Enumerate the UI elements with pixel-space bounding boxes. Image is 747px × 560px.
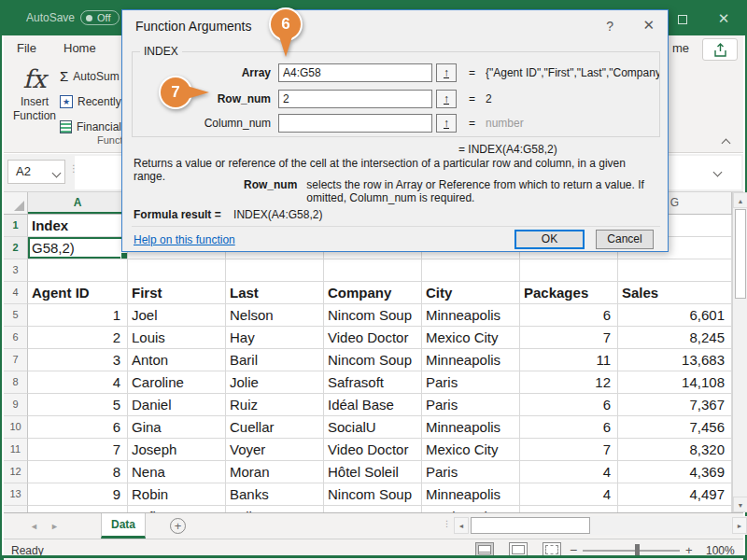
cell[interactable]: Valle xyxy=(226,506,324,512)
row-header[interactable]: 5 xyxy=(4,304,28,327)
rownum-range-picker-icon[interactable]: ↑ xyxy=(436,90,457,108)
cell[interactable]: 4 xyxy=(520,506,618,512)
cell[interactable]: Caroline xyxy=(128,371,226,394)
cell[interactable]: 6,601 xyxy=(618,304,732,327)
cell[interactable]: 4 xyxy=(520,461,618,483)
cell[interactable]: Minneapolis xyxy=(422,349,520,371)
cancel-button[interactable]: Cancel xyxy=(596,230,654,249)
cell[interactable]: Hôtel Soleil xyxy=(324,461,422,483)
rownum-input[interactable] xyxy=(278,90,432,108)
cell[interactable]: Baril xyxy=(226,349,324,371)
cell[interactable]: 1 xyxy=(28,304,128,327)
sheet-tab-data[interactable]: Data xyxy=(101,513,146,539)
zoom-slider-track[interactable] xyxy=(583,550,680,552)
cell[interactable]: Minneapolis xyxy=(422,304,520,327)
tab-tell-me-fragment[interactable]: me xyxy=(672,41,689,55)
row-header[interactable]: 11 xyxy=(4,439,28,461)
cell[interactable] xyxy=(226,259,324,282)
row-header[interactable]: 4 xyxy=(4,282,28,304)
cell[interactable]: 8,245 xyxy=(618,327,732,349)
cell[interactable]: Video Doctor xyxy=(324,327,422,349)
row-header[interactable]: 9 xyxy=(4,394,28,416)
cell[interactable]: 8,320 xyxy=(618,439,732,461)
row-header[interactable]: 12 xyxy=(4,461,28,483)
tab-home[interactable]: Home xyxy=(63,41,96,55)
cell[interactable]: Banks xyxy=(226,483,324,506)
cell[interactable]: Daniel xyxy=(128,394,226,416)
cell[interactable]: Idéal Base xyxy=(324,394,422,416)
cell[interactable]: 8 xyxy=(28,461,128,483)
cell[interactable]: 2 xyxy=(28,327,128,349)
cell[interactable]: Sales xyxy=(618,282,732,304)
new-sheet-button[interactable]: + xyxy=(170,518,186,534)
cell[interactable]: 12 xyxy=(520,371,618,394)
cell[interactable]: Agent ID xyxy=(28,282,128,304)
horizontal-scrollbar[interactable]: ◄ ► xyxy=(454,516,747,535)
cell[interactable]: Voyer xyxy=(226,439,324,461)
cell[interactable]: 7 xyxy=(520,439,618,461)
sheet-nav-right-icon[interactable]: ► xyxy=(50,522,59,531)
cell[interactable] xyxy=(28,259,128,282)
cell[interactable]: SocialU xyxy=(324,416,422,439)
cell[interactable]: Mexico City xyxy=(422,327,520,349)
cell[interactable]: 4 xyxy=(520,483,618,506)
expand-formula-bar-icon[interactable] xyxy=(713,168,723,177)
autosum-button[interactable]: Σ AutoSum xyxy=(60,63,123,89)
cell[interactable]: 6 xyxy=(520,416,618,439)
cell[interactable]: Mexico City xyxy=(422,506,520,512)
vertical-scrollbar[interactable]: ▲ ▼ xyxy=(732,192,747,512)
cell[interactable]: Joel xyxy=(128,304,226,327)
row-header[interactable]: 2 xyxy=(4,237,28,259)
cell[interactable]: Robin xyxy=(128,483,226,506)
row-header[interactable]: 10 xyxy=(4,416,28,439)
cell[interactable]: Nincom Soup xyxy=(324,304,422,327)
scroll-left-icon[interactable]: ◄ xyxy=(454,517,469,534)
cell[interactable]: 6 xyxy=(520,304,618,327)
share-button[interactable] xyxy=(702,38,738,61)
cell[interactable]: Nincom Soup xyxy=(324,483,422,506)
cell[interactable] xyxy=(324,259,422,282)
cell[interactable]: Nelson xyxy=(226,304,324,327)
cell[interactable]: Paris xyxy=(422,394,520,416)
cell[interactable]: 10 xyxy=(28,506,128,512)
cell[interactable] xyxy=(520,259,618,282)
row-header[interactable]: 1 xyxy=(4,215,28,237)
cell[interactable]: 14,108 xyxy=(618,371,732,394)
cell[interactable]: 5 xyxy=(28,394,128,416)
cell[interactable]: 7,456 xyxy=(618,416,732,439)
dialog-help-button[interactable]: ? xyxy=(606,19,613,34)
scroll-down-icon[interactable]: ▼ xyxy=(733,497,747,512)
cell[interactable]: Joseph xyxy=(128,439,226,461)
row-header[interactable]: 6 xyxy=(4,327,28,349)
cell[interactable]: Minneapolis xyxy=(422,416,520,439)
cell[interactable]: Index xyxy=(28,215,128,237)
row-header[interactable]: 8 xyxy=(4,371,28,394)
name-box[interactable]: A2 xyxy=(7,160,65,184)
cell[interactable]: Video Doctor xyxy=(324,439,422,461)
name-box-dropdown-icon[interactable] xyxy=(52,169,62,178)
collapse-ribbon-icon[interactable] xyxy=(722,139,731,148)
cell[interactable]: First xyxy=(128,282,226,304)
tab-file[interactable]: File xyxy=(17,41,36,55)
row-header[interactable]: 7 xyxy=(4,349,28,371)
cell[interactable]: 11 xyxy=(520,349,618,371)
row-header[interactable]: 3 xyxy=(4,259,28,282)
scroll-right-icon[interactable]: ► xyxy=(732,517,747,534)
cell[interactable]: Nena xyxy=(128,461,226,483)
row-header[interactable]: 13 xyxy=(4,483,28,506)
cell[interactable] xyxy=(422,259,520,282)
cell[interactable]: Les Soup xyxy=(324,506,422,512)
scroll-up-icon[interactable]: ▲ xyxy=(733,192,747,208)
cell[interactable]: 7,367 xyxy=(618,394,732,416)
cell[interactable]: Last xyxy=(226,282,324,304)
columnnum-input[interactable] xyxy=(278,114,432,133)
cell[interactable]: Cuellar xyxy=(226,416,324,439)
cell[interactable]: Moran xyxy=(226,461,324,483)
autosave-pill[interactable]: Off xyxy=(80,10,119,25)
select-all-corner[interactable] xyxy=(4,192,28,214)
autosave-toggle[interactable]: AutoSave Off xyxy=(26,10,120,25)
array-input[interactable] xyxy=(278,63,432,82)
row-header[interactable]: 14 xyxy=(4,506,28,512)
column-header-a[interactable]: A xyxy=(28,192,128,214)
cell[interactable]: Nincom Soup xyxy=(324,349,422,371)
